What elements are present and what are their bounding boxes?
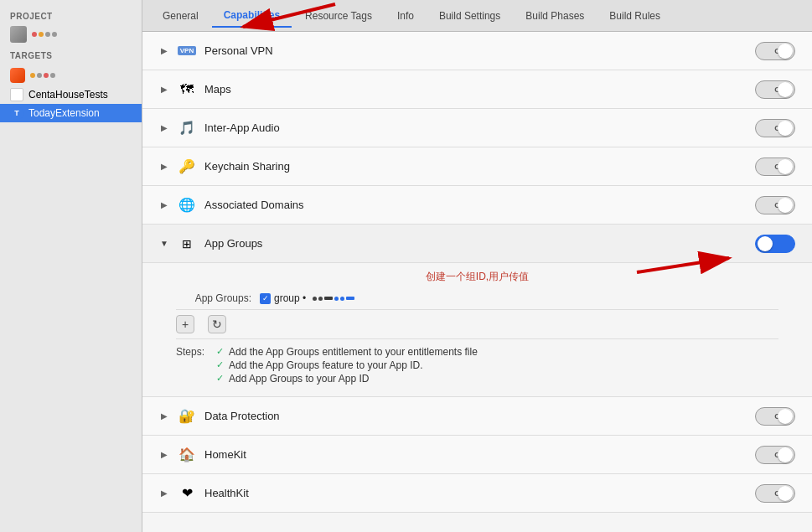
dot-red xyxy=(32,32,37,37)
cap-icon-data-protection: 🔐 xyxy=(178,407,196,426)
step-text-3: Add App Groups to your App ID xyxy=(229,373,369,385)
step-text-1: Add the App Groups entitlement to your e… xyxy=(229,346,478,358)
cap-icon-audio: 🎵 xyxy=(178,119,196,137)
ag-steps-row: Steps: ✓ Add the App Groups entitlement … xyxy=(142,339,812,396)
target-icon-ext: T xyxy=(10,106,23,120)
sidebar: PROJECT TARGETS CentaHouseTests T xyxy=(0,0,142,532)
cap-row-maps[interactable]: ▶ 🗺 Maps OFF xyxy=(142,70,812,109)
sidebar-item-today[interactable]: T TodayExtension xyxy=(0,104,142,122)
ag-group-name: group • xyxy=(274,292,306,304)
target-icon-test xyxy=(10,88,23,101)
cap-name-domains: Associated Domains xyxy=(204,199,747,211)
ag-checkbox[interactable]: ✓ xyxy=(260,293,271,304)
tab-bar: General Capabilities Resource Tags Info … xyxy=(142,0,812,32)
sub-dot-1 xyxy=(30,73,35,78)
toggle-knob-appgroups xyxy=(758,236,773,251)
cap-name-vpn: Personal VPN xyxy=(204,44,747,57)
cap-name-data-protection: Data Protection xyxy=(204,410,747,422)
cap-expand-data-protection[interactable]: ▶ xyxy=(159,411,169,421)
toggle-healthkit[interactable]: OFF xyxy=(755,484,795,503)
targets-section-label: TARGETS xyxy=(0,46,142,62)
toggle-homekit[interactable]: OFF xyxy=(755,446,795,464)
cap-row-inter-app-audio[interactable]: ▶ 🎵 Inter-App Audio OFF xyxy=(142,109,812,147)
cap-icon-healthkit: ❤ xyxy=(178,484,196,503)
sub-dot-4 xyxy=(50,73,55,78)
cap-expand-homekit[interactable]: ▶ xyxy=(159,450,169,460)
sub-dot-3 xyxy=(44,73,49,78)
toggle-knob-homekit xyxy=(778,447,793,462)
project-row xyxy=(0,23,142,46)
target-name-today: TodayExtension xyxy=(28,107,100,119)
steps-list: ✓ Add the App Groups entitlement to your… xyxy=(216,346,478,386)
cap-row-data-protection[interactable]: ▶ 🔐 Data Protection OFF xyxy=(142,397,812,436)
tab-general[interactable]: General xyxy=(151,5,210,27)
cap-expand-appgroups[interactable]: ▼ xyxy=(159,239,169,249)
tab-info[interactable]: Info xyxy=(385,5,426,27)
tab-build-rules[interactable]: Build Rules xyxy=(597,5,672,27)
ag-add-button[interactable]: + xyxy=(176,315,194,333)
tab-capabilities[interactable]: Capabilities xyxy=(212,4,292,28)
toggle-knob-keychain xyxy=(778,159,793,174)
toggle-audio[interactable]: OFF xyxy=(755,119,795,137)
toggle-appgroups[interactable]: ON xyxy=(755,235,795,253)
cap-name-appgroups: App Groups xyxy=(204,237,747,250)
project-icon xyxy=(10,26,27,43)
cap-name-maps: Maps xyxy=(204,83,747,96)
cap-icon-vpn: VPN xyxy=(178,42,196,60)
cap-expand-healthkit[interactable]: ▶ xyxy=(159,488,169,498)
target-name-centatests: CentaHouseTests xyxy=(28,89,108,101)
capabilities-list: ▶ VPN Personal VPN OFF ▶ 🗺 Maps OFF ▶ 🎵 … xyxy=(142,32,812,532)
cap-row-homekit[interactable]: ▶ 🏠 HomeKit OFF xyxy=(142,436,812,474)
cap-name-healthkit: HealthKit xyxy=(204,487,747,499)
cap-icon-domains: 🌐 xyxy=(178,196,196,214)
toggle-knob-maps xyxy=(778,82,793,97)
cap-expand-domains[interactable]: ▶ xyxy=(159,200,169,210)
dot-gray-2 xyxy=(52,32,57,37)
toggle-maps[interactable]: OFF xyxy=(755,80,795,99)
ag-groups-label: App Groups: xyxy=(176,292,251,304)
toggle-vpn[interactable]: OFF xyxy=(755,42,795,60)
target-sub-icons xyxy=(30,73,55,78)
tab-build-settings[interactable]: Build Settings xyxy=(427,5,512,27)
sub-dot-2 xyxy=(37,73,42,78)
cap-name-keychain: Keychain Sharing xyxy=(204,160,747,173)
cap-row-vpn[interactable]: ▶ VPN Personal VPN OFF xyxy=(142,32,812,70)
ag-dot-1 xyxy=(313,297,317,301)
sidebar-item-centatests[interactable]: CentaHouseTests xyxy=(0,85,142,104)
targets-list: CentaHouseTests T TodayExtension xyxy=(0,65,142,122)
cap-row-keychain[interactable]: ▶ 🔑 Keychain Sharing OFF xyxy=(142,147,812,186)
toggle-domains[interactable]: OFF xyxy=(755,196,795,214)
cap-icon-maps: 🗺 xyxy=(178,80,196,99)
step-check-1: ✓ xyxy=(216,346,224,357)
cap-expand-maps[interactable]: ▶ xyxy=(159,85,169,95)
tab-resource-tags[interactable]: Resource Tags xyxy=(293,5,384,27)
cap-name-homekit: HomeKit xyxy=(204,448,747,461)
tab-build-phases[interactable]: Build Phases xyxy=(514,5,596,27)
step-text-2: Add the App Groups feature to your App I… xyxy=(229,359,422,371)
dot-orange xyxy=(39,32,44,37)
cap-icon-appgroups: ⊞ xyxy=(178,235,196,253)
target-item-main[interactable] xyxy=(0,65,142,85)
steps-header: Steps: ✓ Add the App Groups entitlement … xyxy=(176,346,778,386)
ag-groups-row: App Groups: ✓ group • xyxy=(142,287,812,309)
cap-expand-vpn[interactable]: ▶ xyxy=(159,46,169,56)
cap-expand-audio[interactable]: ▶ xyxy=(159,123,169,133)
ag-header-row[interactable]: ▼ ⊞ App Groups ON xyxy=(142,225,812,263)
ag-actions-row: + ↻ xyxy=(142,310,812,338)
cap-row-healthkit[interactable]: ▶ ❤ HealthKit OFF xyxy=(142,474,812,513)
cap-row-associated-domains[interactable]: ▶ 🌐 Associated Domains OFF xyxy=(142,186,812,225)
ag-dot-3 xyxy=(334,297,339,301)
cap-expand-keychain[interactable]: ▶ xyxy=(159,162,169,172)
step-item-3: ✓ Add App Groups to your App ID xyxy=(216,373,478,385)
toggle-knob-data-protection xyxy=(778,409,793,424)
ag-dot-4 xyxy=(340,297,344,301)
project-dots xyxy=(32,32,57,37)
toggle-data-protection[interactable]: OFF xyxy=(755,407,795,426)
toggle-keychain[interactable]: OFF xyxy=(755,158,795,176)
toggle-knob-vpn xyxy=(778,44,793,59)
cap-name-audio: Inter-App Audio xyxy=(204,121,747,134)
step-item-2: ✓ Add the App Groups feature to your App… xyxy=(216,359,478,371)
ag-refresh-button[interactable]: ↻ xyxy=(208,315,226,333)
ag-group-item: ✓ group • xyxy=(260,292,354,304)
dot-gray xyxy=(45,32,50,37)
